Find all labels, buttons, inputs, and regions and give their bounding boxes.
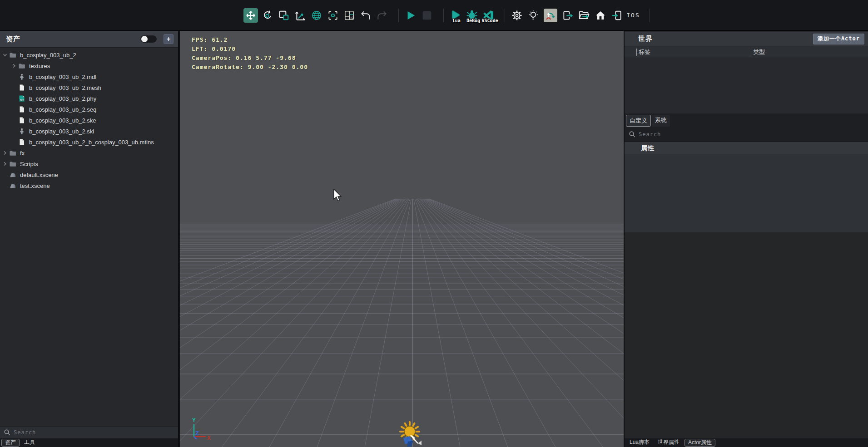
stat-fps: FPS: 61.2 <box>192 36 308 45</box>
tree-item[interactable]: b_cosplay_003_ub_2_b_cosplay_003_ub.mtin… <box>0 137 178 147</box>
assets-search-bar <box>0 426 178 438</box>
transform-tool-button[interactable] <box>294 10 306 21</box>
folder-icon <box>9 51 17 59</box>
tree-item[interactable]: default.xscene <box>0 169 178 180</box>
assets-filter-toggle[interactable] <box>140 35 157 43</box>
toolbar-separator <box>505 9 505 22</box>
play-button[interactable] <box>405 10 417 21</box>
tree-item-label: b_cosplay_003_ub_2.mdl <box>29 74 96 80</box>
editor-window: x2 lua DeBug VSCode IOS 资产 + b_cosplay_0… <box>0 0 868 447</box>
redo-button[interactable] <box>376 10 388 21</box>
rotate-tool-button[interactable] <box>262 10 273 21</box>
stat-camera-rotate: CameraRotate: 9.00 -2.30 0.00 <box>192 64 308 73</box>
settings-button[interactable] <box>511 10 523 21</box>
tree-item[interactable]: Scripts <box>0 158 178 169</box>
tree-item[interactable]: textures <box>0 60 178 71</box>
tab-世界属性[interactable]: 世界属性 <box>655 439 683 447</box>
assets-bottom-tabs: 资产工具 <box>0 438 178 447</box>
tree-item[interactable]: b_cosplay_003_ub_2.mdl <box>0 71 178 82</box>
svg-text:PHY: PHY <box>20 99 24 101</box>
viewport-layout-button[interactable]: x2 <box>343 10 355 21</box>
tab-资产[interactable]: 资产 <box>1 439 20 447</box>
tab-工具[interactable]: 工具 <box>21 439 38 447</box>
tree-item[interactable]: PHYb_cosplay_003_ub_2.phy <box>0 93 178 104</box>
toolbar-separator <box>443 9 444 22</box>
viewport-stats: FPS: 61.2 LFT: 0.0170 CameraPos: 0.16 5.… <box>192 36 308 73</box>
toolbar-separator <box>398 9 399 22</box>
svg-text:x2: x2 <box>350 16 354 19</box>
move-tool-button[interactable] <box>243 8 258 23</box>
tree-item-label: textures <box>29 63 50 69</box>
chevron-placeholder <box>10 84 18 91</box>
add-asset-button[interactable]: + <box>164 34 174 44</box>
bulb-icon <box>527 10 539 21</box>
scene-icon <box>9 171 17 178</box>
debug-label: DeBug <box>466 18 480 23</box>
rotate-icon <box>262 10 273 21</box>
world-space-toggle-button[interactable] <box>311 10 322 21</box>
sun-light-gizmo[interactable] <box>393 418 432 447</box>
add-actor-button[interactable]: 添加一个Actor <box>813 34 864 44</box>
column-resize-handle[interactable] <box>636 49 637 56</box>
export-file-button[interactable] <box>562 10 574 21</box>
axis-y-label: Y <box>192 417 196 423</box>
tab-自定义[interactable]: 自定义 <box>626 115 651 127</box>
folder-icon <box>9 149 17 157</box>
ios-build-button[interactable]: IOS <box>627 10 639 21</box>
stop-button[interactable] <box>421 10 433 21</box>
stop-icon <box>421 9 433 22</box>
world-search-input[interactable] <box>639 131 868 138</box>
tree-item[interactable]: test.xscene <box>0 180 178 191</box>
chevron-placeholder <box>10 95 18 102</box>
deploy-device-button[interactable] <box>611 10 623 21</box>
chevron-placeholder <box>1 171 9 178</box>
world-bottom-tabs: Lua脚本世界属性Actor属性 <box>625 438 868 447</box>
asset-tree: b_cosplay_003_ub_2textures b_cosplay_003… <box>0 48 178 426</box>
lua-script-button[interactable]: lua <box>450 10 461 21</box>
scale-tool-button[interactable] <box>278 10 290 21</box>
folder-icon <box>9 160 17 167</box>
search-icon <box>4 429 11 436</box>
model-icon <box>18 73 26 80</box>
undo-button[interactable] <box>360 10 372 21</box>
stat-camera-pos: CameraPos: 0.16 5.77 -9.68 <box>192 54 308 64</box>
column-resize-handle[interactable] <box>751 49 751 56</box>
device-icon <box>611 10 623 21</box>
assets-search-input[interactable] <box>14 429 178 436</box>
open-vscode-label: VSCode <box>482 18 498 23</box>
world-panel-header: 世界 添加一个Actor <box>625 32 868 46</box>
world-panel: 世界 添加一个Actor 标签 类型 自定义系统 属性 Lua脚本世界属性Act… <box>624 31 868 447</box>
tree-item[interactable]: fx <box>0 147 178 158</box>
pose-editor-button[interactable] <box>544 9 557 22</box>
tab-Lua脚本[interactable]: Lua脚本 <box>626 439 653 447</box>
world-search-bar <box>626 128 868 140</box>
tree-item[interactable]: b_cosplay_003_ub_2.seq <box>0 104 178 115</box>
viewport-grid <box>180 31 624 447</box>
viewport[interactable]: FPS: 61.2 LFT: 0.0170 CameraPos: 0.16 5.… <box>180 31 624 447</box>
tree-item[interactable]: b_cosplay_003_ub_2.ski <box>0 126 178 137</box>
chevron-right-icon[interactable] <box>1 160 9 167</box>
chevron-down-icon[interactable] <box>1 51 9 59</box>
tree-item-label: b_cosplay_003_ub_2_b_cosplay_003_ub.mtin… <box>29 139 154 146</box>
toggle-knob <box>141 36 148 42</box>
chevron-right-icon[interactable] <box>10 62 18 69</box>
lighting-button[interactable] <box>527 10 539 21</box>
folder-icon <box>18 62 26 69</box>
tree-item[interactable]: b_cosplay_003_ub_2 <box>0 49 178 60</box>
tab-系统[interactable]: 系统 <box>652 115 670 127</box>
tree-item-label: default.xscene <box>20 172 58 178</box>
axis-x-label: X <box>207 434 211 441</box>
chevron-right-icon[interactable] <box>1 149 9 157</box>
export-folder-button[interactable] <box>578 10 590 21</box>
open-vscode-button[interactable]: VSCode <box>482 10 494 21</box>
properties-lower-body <box>625 232 868 439</box>
tab-Actor属性[interactable]: Actor属性 <box>684 439 715 447</box>
home-button[interactable] <box>595 10 606 21</box>
focus-selection-button[interactable] <box>327 10 339 21</box>
tree-item[interactable]: b_cosplay_003_ub_2.ske <box>0 115 178 126</box>
tree-item-label: b_cosplay_003_ub_2.phy <box>29 95 96 102</box>
mouse-cursor <box>332 189 343 202</box>
world-actor-list[interactable] <box>625 58 868 113</box>
tree-item[interactable]: b_cosplay_003_ub_2.mesh <box>0 82 178 93</box>
debug-button[interactable]: DeBug <box>466 10 478 21</box>
